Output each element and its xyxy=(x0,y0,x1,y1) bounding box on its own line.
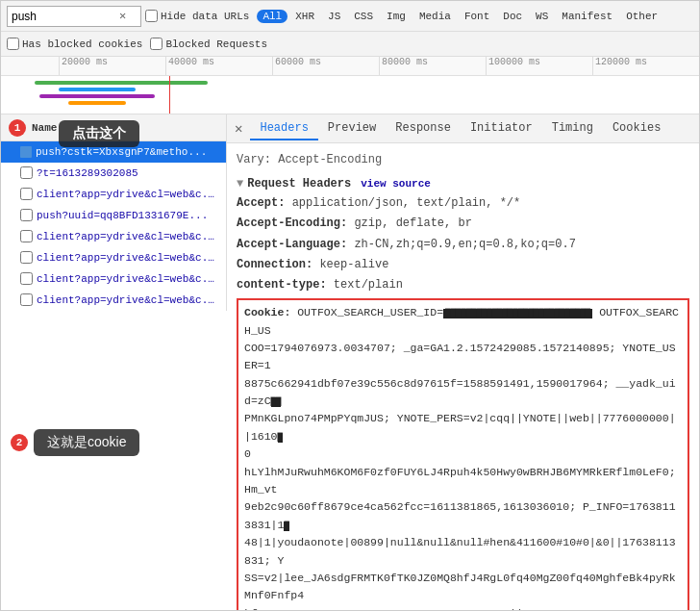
cookie-line-5: 0 xyxy=(244,447,251,460)
tag-img[interactable]: Img xyxy=(381,10,412,23)
timeline-bar-2 xyxy=(39,94,155,98)
vary-header-line: Vary: Accept-Encoding xyxy=(237,151,689,169)
timeline-bar-3 xyxy=(68,101,126,105)
tick-0: 20000 ms xyxy=(59,57,165,75)
name-column-header: Name xyxy=(32,122,57,134)
vary-header-text: Vary: Accept-Encoding xyxy=(237,153,382,166)
network-item-name-1: ?t=1613289302085 xyxy=(37,167,138,179)
has-blocked-cookies-checkbox[interactable]: Has blocked cookies xyxy=(7,38,142,50)
network-item-6[interactable]: client?app=ydrive&cl=web&c... xyxy=(1,268,226,290)
tab-response[interactable]: Response xyxy=(386,117,461,140)
section-title-text: Request Headers xyxy=(247,177,351,191)
favicon-0 xyxy=(20,146,32,158)
timeline-bar-0 xyxy=(35,81,208,85)
network-item-name-5: client?app=ydrive&cl=web&c... xyxy=(37,252,220,264)
annotation-1-bubble-wrapper: 点击这个 xyxy=(59,120,139,147)
view-source-link[interactable]: view source xyxy=(361,178,431,190)
tag-ws[interactable]: WS xyxy=(530,10,554,23)
close-button[interactable]: ✕ xyxy=(231,118,246,139)
cookie-section-wrapper: Cookie: OUTFOX_SEARCH_USER_ID=██████████… xyxy=(237,298,689,610)
tab-timing[interactable]: Timing xyxy=(542,117,603,140)
tag-all[interactable]: All xyxy=(257,10,288,23)
cookie-prefix: OUTFOX_SEARCH_USER_ID= xyxy=(297,306,443,318)
cookie-line-8: 48|1|youdaonote|00899|null&null&null#hen… xyxy=(244,536,676,566)
network-item-checkbox-3[interactable] xyxy=(20,209,33,221)
filter-tags: All XHR JS CSS Img Media Font Doc WS Man… xyxy=(257,10,663,23)
section-toggle[interactable]: ▼ xyxy=(237,177,243,191)
search-box[interactable]: ✕ xyxy=(7,6,141,27)
content-type-value: text/plain xyxy=(334,278,403,292)
toolbar2: Has blocked cookies Blocked Requests xyxy=(1,32,699,57)
header-accept-encoding: Accept-Encoding: gzip, deflate, br xyxy=(237,215,689,233)
accept-header-value: application/json, text/plain, */* xyxy=(292,196,521,210)
cookie-redacted-2: ██ xyxy=(271,397,282,407)
cookie-line-10: kfRYY0HgK646L0JBRLJBRHOE0; YNOTE_LOGIN=5… xyxy=(244,607,676,610)
tick-2: 60000 ms xyxy=(272,57,379,75)
cookie-line-9: SS=v2|lee_JA6sdgFRMTK0fTK0JZ0MQ8hfJ4RgL0… xyxy=(244,572,676,601)
devtools-window: ✕ Hide data URLs All XHR JS CSS Img Medi… xyxy=(0,0,700,611)
tag-manifest[interactable]: Manifest xyxy=(556,10,618,23)
header-accept-language: Accept-Language: zh-CN,zh;q=0.9,en;q=0.8… xyxy=(237,236,689,254)
tag-media[interactable]: Media xyxy=(413,10,457,23)
cookie-line-7: 9eb2c90c60ff8679ce4ca562fcc=1611381865,1… xyxy=(244,500,676,530)
network-item-name-2: client?app=ydrive&cl=web&c... xyxy=(37,189,220,200)
accept-encoding-value: gzip, deflate, br xyxy=(354,216,471,230)
tab-initiator[interactable]: Initiator xyxy=(461,117,542,140)
network-item-2[interactable]: client?app=ydrive&cl=web&c... xyxy=(1,184,226,205)
search-clear-icon[interactable]: ✕ xyxy=(119,9,126,23)
connection-name: Connection: xyxy=(237,258,312,271)
left-panel-wrapper: 1 Name 点击这个 push?cstk=XbxsgnP7&metho... … xyxy=(1,115,227,610)
annotation-2-bubble: 这就是cookie xyxy=(34,429,139,456)
network-item-4[interactable]: client?app=ydrive&cl=web&c... xyxy=(1,226,226,247)
tick-3: 80000 ms xyxy=(379,57,486,75)
tag-xhr[interactable]: XHR xyxy=(289,10,320,23)
connection-value: keep-alive xyxy=(319,258,388,271)
detail-tabs: ✕ Headers Preview Response Initiator Tim… xyxy=(227,115,699,143)
toolbar: ✕ Hide data URLs All XHR JS CSS Img Medi… xyxy=(1,1,699,32)
accept-language-value: zh-CN,zh;q=0.9,en;q=0.8,ko;q=0.7 xyxy=(354,238,575,251)
tab-cookies[interactable]: Cookies xyxy=(603,117,670,140)
header-connection: Connection: keep-alive xyxy=(237,256,689,274)
network-item-3[interactable]: push?uuid=qq8BFD1331679E... xyxy=(1,205,226,226)
network-items: push?cstk=XbxsgnP7&metho... ?t=161328930… xyxy=(1,141,226,311)
blocked-requests-checkbox[interactable]: Blocked Requests xyxy=(150,38,267,50)
network-list-header: 1 Name 点击这个 xyxy=(1,115,226,141)
tab-preview[interactable]: Preview xyxy=(318,117,386,140)
network-list: 1 Name 点击这个 push?cstk=XbxsgnP7&metho... … xyxy=(1,115,227,311)
cookie-line-4: PMnKGLpno74PMpPYqmJUS; YNOTE_PERS=v2|cqq… xyxy=(244,412,676,442)
network-item-name-7: client?app=ydrive&cl=web&c... xyxy=(37,294,220,306)
tag-js[interactable]: JS xyxy=(322,10,346,23)
network-item-1[interactable]: ?t=1613289302085 xyxy=(1,163,226,184)
cookie-line-6: hLYlhMJuRwuhM6KOM6F0zf0FUY6LJ4Rpuh4k50Hw… xyxy=(244,466,676,496)
tick-1: 40000 ms xyxy=(165,57,272,75)
network-item-7[interactable]: client?app=ydrive&cl=web&c... xyxy=(1,290,226,311)
network-item-checkbox-1[interactable] xyxy=(20,166,33,179)
cookie-block: Cookie: OUTFOX_SEARCH_USER_ID=██████████… xyxy=(237,298,689,610)
annotation-2-circle: 2 xyxy=(11,434,28,451)
hide-data-urls-checkbox[interactable]: Hide data URLs xyxy=(145,10,249,22)
cookie-line-3: 8875c662941dbf07e39c556c8d97615f=1588591… xyxy=(244,377,676,407)
tag-doc[interactable]: Doc xyxy=(497,10,528,23)
network-item-name-6: client?app=ydrive&cl=web&c... xyxy=(37,273,220,285)
network-item-checkbox-2[interactable] xyxy=(20,188,33,200)
timeline-bar-1 xyxy=(59,88,136,91)
accept-header-name: Accept: xyxy=(237,196,285,210)
tag-font[interactable]: Font xyxy=(459,10,495,23)
timeline-content xyxy=(1,76,699,115)
tick-5: 120000 ms xyxy=(592,57,699,75)
tag-css[interactable]: CSS xyxy=(348,10,379,23)
network-item-checkbox-5[interactable] xyxy=(20,251,33,264)
content-type-name: content-type: xyxy=(237,278,327,292)
network-item-checkbox-4[interactable] xyxy=(20,230,33,242)
header-accept: Accept: application/json, text/plain, */… xyxy=(237,194,689,213)
timeline-ruler: 20000 ms 40000 ms 60000 ms 80000 ms 1000… xyxy=(1,57,699,76)
network-item-checkbox-6[interactable] xyxy=(20,272,33,285)
detail-panel: ✕ Headers Preview Response Initiator Tim… xyxy=(227,115,699,610)
annotation-2-wrapper: 2 这就是cookie xyxy=(11,429,139,456)
search-input[interactable] xyxy=(12,10,117,23)
network-item-5[interactable]: client?app=ydrive&cl=web&c... xyxy=(1,247,226,268)
network-item-checkbox-7[interactable] xyxy=(20,293,33,306)
tab-headers[interactable]: Headers xyxy=(250,117,317,140)
accept-language-name: Accept-Language: xyxy=(237,238,347,251)
tag-other[interactable]: Other xyxy=(620,10,663,23)
